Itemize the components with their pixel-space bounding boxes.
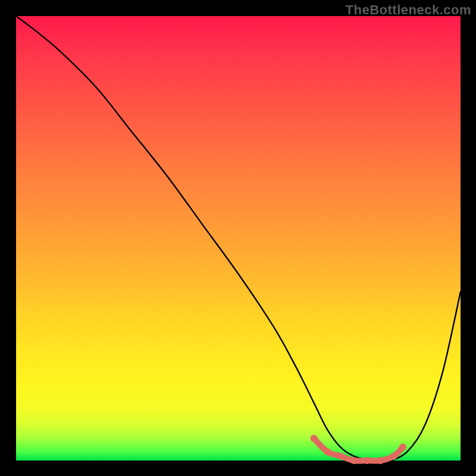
optimal-range-dot — [324, 448, 331, 455]
chart-frame: TheBottleneck.com — [0, 0, 476, 476]
watermark-text: TheBottleneck.com — [346, 2, 471, 18]
optimal-range-dot — [377, 457, 384, 464]
plot-area — [16, 16, 461, 461]
chart-svg — [16, 16, 461, 461]
optimal-range-dot — [350, 457, 358, 464]
optimal-range-dot — [399, 444, 406, 451]
optimal-range-dot — [337, 453, 344, 460]
optimal-range-dot — [364, 457, 371, 464]
optimal-range-dot — [310, 435, 317, 442]
optimal-range-dot — [390, 453, 397, 460]
bottleneck-curve-path — [16, 16, 461, 461]
